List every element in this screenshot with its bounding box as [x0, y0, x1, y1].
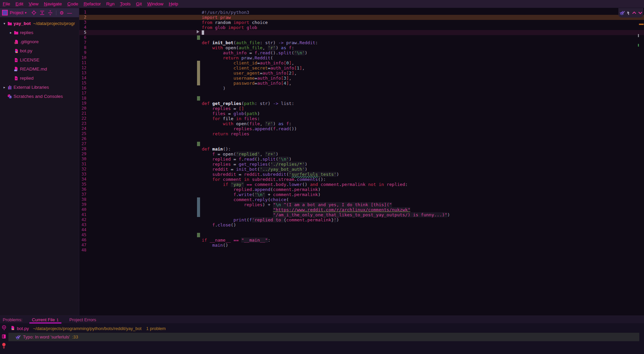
caret-arrow-icon[interactable]	[627, 11, 630, 15]
tree-item-replied[interactable]: replied	[0, 74, 79, 83]
code-line[interactable]: 13 user_agent=auth_info[2],	[79, 71, 644, 76]
chevron-right-icon[interactable]: ▸	[8, 28, 13, 37]
project-tool-icon[interactable]	[2, 10, 8, 16]
tree-item--gitignore[interactable]: .gitignore	[0, 37, 79, 46]
menu-run[interactable]: Run	[104, 1, 117, 6]
tree-item-replies[interactable]: ▸replies	[0, 28, 79, 37]
code-line[interactable]: 36 replied.append(comment.permalink)	[79, 187, 644, 192]
tab-current-file[interactable]: Current File1	[31, 317, 60, 323]
code-line[interactable]: 17	[79, 91, 644, 96]
code-line[interactable]: 38 comment.reply(choice(	[79, 197, 644, 202]
code-line[interactable]: 10 return praw.Reddit(	[79, 55, 644, 60]
tree-item-scratches-and-consoles[interactable]: Scratches and Consoles	[0, 92, 79, 101]
code-line[interactable]: 11 client_id=auth_info[0],	[79, 60, 644, 65]
code-line[interactable]: 40 "https://www.reddit.com/r/archlinux/c…	[79, 207, 644, 212]
vcs-added-marker	[197, 96, 200, 101]
menu-code[interactable]: Code	[64, 1, 81, 6]
code-line[interactable]: 25 return replies	[79, 131, 644, 136]
code-line[interactable]: 31 replies = get_replies('./replies/*')	[79, 162, 644, 167]
menu-file[interactable]: File	[0, 1, 13, 6]
code-editor[interactable]: 1#!/usr/bin/python32import praw3from ran…	[79, 8, 644, 316]
menu-help[interactable]: Help	[166, 1, 181, 6]
code-line[interactable]: 18	[79, 96, 644, 101]
menu-refactor[interactable]: Refactor	[81, 1, 104, 6]
code-line[interactable]: 44	[79, 227, 644, 233]
dock-icon[interactable]	[2, 334, 6, 339]
problems-file-row[interactable]: bot.py ~/data/projects/programming/pytho…	[10, 325, 166, 332]
tree-item-license[interactable]: LICENSE	[0, 55, 79, 64]
collapse-all-icon[interactable]	[48, 10, 53, 15]
code-line[interactable]: 30 replied = f.read().split('\n')	[79, 157, 644, 162]
settings-icon[interactable]: ⚙	[60, 10, 64, 15]
project-view-selector[interactable]: Project ▾	[10, 10, 27, 15]
project-tool-window: Project ▾ ⚙— ▾yay_bot~/data/projects/pro…	[0, 8, 79, 316]
code-line[interactable]: 21 files = glob(path)	[79, 111, 644, 116]
code-line[interactable]: 45	[79, 233, 644, 238]
code-line[interactable]: 8 with open(auth_file, 'r') as f:	[79, 45, 644, 50]
code-line[interactable]: 28def main():	[79, 146, 644, 152]
code-line[interactable]: 3from random import choice	[79, 20, 644, 25]
menu-view[interactable]: View	[26, 1, 41, 6]
code-line[interactable]: 29 f = open('replied', 'r+')	[79, 152, 644, 157]
code-line[interactable]: 20 replies = []	[79, 106, 644, 111]
menu-edit[interactable]: Edit	[13, 1, 26, 6]
code-line[interactable]: 34 for comment in subreddit.stream.comme…	[79, 177, 644, 182]
tree-item-yay-bot[interactable]: ▾yay_bot~/data/projects/progr	[0, 19, 79, 28]
code-line[interactable]: 43 f.close()	[79, 222, 644, 227]
stripe-mark[interactable]	[638, 34, 639, 37]
typo-check-icon[interactable]	[620, 10, 625, 15]
menu-tools[interactable]: Tools	[117, 1, 133, 6]
line-number: 33	[79, 172, 86, 177]
code-line[interactable]: 23 with open(file, 'r') as f:	[79, 121, 644, 126]
code-line[interactable]: 6	[79, 35, 644, 40]
code-line[interactable]: 42 print(f'replied to {comment.permalink…	[79, 217, 644, 222]
code-line[interactable]: 35 if 'yay' == comment.body.lower() and …	[79, 182, 644, 187]
locate-icon[interactable]	[31, 10, 36, 15]
chevron-down-icon[interactable]: ▾	[2, 19, 7, 28]
code-line[interactable]: 46if __name__ == "__main__":	[79, 238, 644, 243]
code-line[interactable]: 26	[79, 136, 644, 141]
code-line[interactable]: 12 client_secret=auth_info[1],	[79, 65, 644, 71]
vcs-changed-marker	[197, 197, 200, 217]
code-line[interactable]: 14 username=auth_info[3],	[79, 76, 644, 81]
tree-item-readme-md[interactable]: MDREADME.md	[0, 64, 79, 74]
stripe-mark[interactable]	[639, 24, 644, 25]
menu-window[interactable]: Window	[144, 1, 166, 6]
code-line[interactable]: 4from glob import glob	[79, 25, 644, 30]
code-line[interactable]: 48	[79, 248, 644, 253]
bulb-icon[interactable]	[2, 343, 6, 349]
chevron-down-icon[interactable]	[638, 11, 642, 14]
hide-icon[interactable]: —	[67, 10, 72, 15]
code-line[interactable]: 27	[79, 141, 644, 146]
run-arrow-icon[interactable]	[197, 30, 199, 33]
expand-all-icon[interactable]	[40, 10, 45, 15]
problem-item-row[interactable]: Typo: In word 'surferluls' :33	[8, 333, 639, 341]
code-line[interactable]: 41 "/am_i_the_only_one_that_likes_to_pos…	[79, 212, 644, 217]
code-line[interactable]: 19def get_replies(path: str) -> list:	[79, 101, 644, 106]
menu-git[interactable]: Git	[133, 1, 144, 6]
code-line[interactable]: 2import praw	[79, 15, 644, 20]
tree-item-external-libraries[interactable]: ▸External Libraries	[0, 83, 79, 92]
code-line[interactable]: 16 )	[79, 86, 644, 91]
code-line[interactable]: 9 auth_info = f.read().split('\n')	[79, 50, 644, 55]
tree-item-bot-py[interactable]: bot.py	[0, 46, 79, 55]
code-line[interactable]: 37 f.write('\n' + comment.permalink)	[79, 192, 644, 197]
stripe-mark[interactable]	[638, 44, 639, 47]
code-line[interactable]: 24 replies.append(f.read())	[79, 126, 644, 131]
line-number: 44	[79, 227, 86, 233]
menu-navigate[interactable]: Navigate	[41, 1, 64, 6]
code-line[interactable]: 39 replies) + "\n ^(I am a bot and yes, …	[79, 202, 644, 207]
code-line[interactable]: 47 main()	[79, 243, 644, 248]
eye-icon[interactable]	[2, 325, 7, 330]
tab-project-errors[interactable]: Project Errors	[68, 317, 97, 323]
code-line[interactable]: 1#!/usr/bin/python3	[79, 10, 644, 15]
code-line[interactable]: 22 for file in files:	[79, 116, 644, 121]
problems-file-path: ~/data/projects/programming/python/bots/…	[33, 326, 141, 331]
code-line[interactable]: 5	[79, 30, 644, 35]
code-line[interactable]: 33 subreddit = reddit.subreddit('surferl…	[79, 172, 644, 177]
code-line[interactable]: 7def init_bot(auth_file: str) -> praw.Re…	[79, 40, 644, 45]
chevron-right-icon[interactable]: ▸	[2, 83, 7, 92]
code-line[interactable]: 32 reddit = init_bot('../yay_bot_auth')	[79, 167, 644, 172]
code-line[interactable]: 15 password=auth_info[4],	[79, 81, 644, 86]
chevron-up-icon[interactable]	[632, 11, 636, 14]
